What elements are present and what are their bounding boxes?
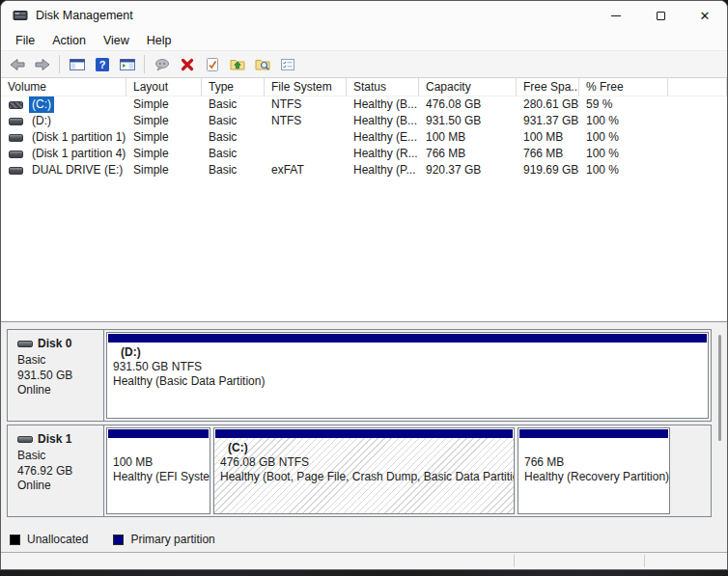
disk-status: Online <box>17 383 103 398</box>
table-cell-type[interactable]: Basic <box>202 162 265 178</box>
menu-view[interactable]: View <box>95 32 138 49</box>
partition-efi[interactable]: 100 MB Healthy (EFI Syster <box>106 427 210 514</box>
table-cell-capacity[interactable]: 920.37 GB <box>419 162 517 178</box>
column-header-percent-free[interactable]: % Free <box>579 78 668 96</box>
close-button[interactable]: ✕ <box>683 1 727 30</box>
rescan-disks-button[interactable] <box>151 54 173 75</box>
table-row-volume-cell[interactable]: (C:) <box>1 96 126 113</box>
volume-name[interactable]: (Disk 1 partition 4) <box>29 146 126 162</box>
partition-name: (C:) <box>220 441 508 455</box>
table-cell-layout[interactable]: Simple <box>126 146 202 162</box>
change-drive-letter-button[interactable] <box>226 54 248 75</box>
table-cell-type[interactable]: Basic <box>202 113 265 129</box>
table-row-volume-cell[interactable]: (Disk 1 partition 4) <box>1 146 126 162</box>
table-cell-status[interactable]: Healthy (E... <box>347 129 419 146</box>
explore-button[interactable] <box>251 54 273 75</box>
table-row-volume-cell[interactable]: (Disk 1 partition 1) <box>1 129 126 146</box>
table-cell-status[interactable]: Healthy (P... <box>347 162 419 178</box>
menu-file[interactable]: File <box>7 32 43 49</box>
legend-label: Primary partition <box>130 533 214 546</box>
maximize-button[interactable] <box>638 1 683 30</box>
column-header-layout[interactable]: Layout <box>126 78 202 96</box>
table-cell-file-system[interactable] <box>265 129 347 146</box>
partition-d[interactable]: (D:) 931.50 GB NTFS Healthy (Basic Data … <box>106 332 709 419</box>
volume-name[interactable]: (Disk 1 partition 1) <box>29 129 126 146</box>
primary-partition-color-band <box>519 429 668 438</box>
table-cell-layout[interactable]: Simple <box>126 113 202 129</box>
table-cell-status[interactable]: Healthy (B... <box>347 96 419 113</box>
minimize-button[interactable] <box>594 1 638 30</box>
column-header-type[interactable]: Type <box>202 78 265 96</box>
menu-action[interactable]: Action <box>43 32 95 49</box>
partition-c[interactable]: (C:) 476.08 GB NTFS Healthy (Boot, Page … <box>213 427 515 514</box>
vertical-scrollbar[interactable] <box>715 325 725 524</box>
table-cell-free-space[interactable]: 766 MB <box>517 146 579 162</box>
table-cell-capacity[interactable]: 931.50 GB <box>419 113 517 129</box>
back-button[interactable] <box>6 54 28 75</box>
forward-button[interactable] <box>31 54 53 75</box>
table-cell-capacity[interactable]: 100 MB <box>419 129 517 146</box>
disk-type: Basic <box>17 353 103 369</box>
table-cell-type[interactable]: Basic <box>202 146 265 162</box>
table-cell-type[interactable]: Basic <box>202 129 265 146</box>
table-cell-type[interactable]: Basic <box>202 96 265 113</box>
column-header-file-system[interactable]: File System <box>265 78 347 96</box>
table-cell-file-system[interactable] <box>265 146 347 162</box>
close-icon: ✕ <box>700 10 711 22</box>
table-cell-file-system[interactable]: NTFS <box>265 96 347 113</box>
volume-name[interactable]: (D:) <box>29 113 54 129</box>
table-cell-capacity[interactable]: 476.08 GB <box>419 96 517 113</box>
table-cell-percent-free[interactable]: 59 % <box>579 96 668 113</box>
volume-name[interactable]: DUAL DRIVE (E:) <box>29 162 126 178</box>
properties-button[interactable] <box>276 54 298 75</box>
partition-size: 476.08 GB NTFS <box>220 455 508 470</box>
table-cell-capacity[interactable]: 766 MB <box>419 146 517 162</box>
volume-name[interactable]: (C:) <box>29 96 54 113</box>
window-title: Disk Management <box>36 9 133 22</box>
column-header-free-space[interactable]: Free Spa... <box>517 78 579 96</box>
table-cell-file-system[interactable]: NTFS <box>265 113 347 129</box>
table-cell-percent-free[interactable]: 100 % <box>579 113 668 129</box>
table-cell-percent-free[interactable]: 100 % <box>579 146 668 162</box>
table-row-volume-cell[interactable]: (D:) <box>1 113 126 129</box>
svg-text:?: ? <box>98 59 105 70</box>
volume-list-pane: Volume Layout Type File System Status Ca… <box>1 78 727 321</box>
table-cell-percent-free[interactable]: 100 % <box>579 129 668 146</box>
table-cell-layout[interactable]: Simple <box>126 129 202 146</box>
table-cell-free-space[interactable]: 931.37 GB <box>517 113 579 129</box>
column-header-status[interactable]: Status <box>347 78 419 96</box>
table-cell-free-space[interactable]: 100 MB <box>517 129 579 146</box>
unallocated-swatch <box>10 535 20 545</box>
partition-size: 931.50 GB NTFS <box>113 360 702 374</box>
table-cell-status[interactable]: Healthy (R... <box>347 146 419 162</box>
table-cell-free-space[interactable]: 919.69 GB <box>517 162 579 178</box>
disk-1-partition-area: 100 MB Healthy (EFI Syster (C:) 476.08 G… <box>104 425 711 516</box>
table-cell-status[interactable]: Healthy (B... <box>347 113 419 129</box>
help-button[interactable]: ? <box>91 54 113 75</box>
table-cell-filler <box>668 146 727 162</box>
disk-1-label-cell[interactable]: Disk 1 Basic 476.92 GB Online <box>8 425 104 516</box>
title-bar: Disk Management ✕ <box>1 1 727 30</box>
partition-health: Healthy (Boot, Page File, Crash Dump, Ba… <box>220 470 508 484</box>
table-cell-layout[interactable]: Simple <box>126 96 202 113</box>
table-cell-layout[interactable]: Simple <box>126 162 202 178</box>
table-cell-file-system[interactable]: exFAT <box>265 162 347 178</box>
mark-partition-button[interactable] <box>201 54 223 75</box>
column-header-volume[interactable]: Volume <box>1 78 126 96</box>
table-cell-free-space[interactable]: 280.61 GB <box>517 96 579 113</box>
table-row-volume-cell[interactable]: DUAL DRIVE (E:) <box>1 162 126 178</box>
show-action-pane-button[interactable] <box>116 54 138 75</box>
table-cell-percent-free[interactable]: 100 % <box>579 162 668 178</box>
partition-recovery[interactable]: 766 MB Healthy (Recovery Partition) <box>518 427 670 514</box>
primary-partition-color-band <box>215 429 513 438</box>
menu-help[interactable]: Help <box>138 32 181 49</box>
delete-volume-button[interactable] <box>176 54 198 75</box>
action-pane-icon <box>119 56 136 73</box>
show-console-tree-button[interactable] <box>66 54 88 75</box>
status-separator <box>644 555 645 567</box>
disk-0-label-cell[interactable]: Disk 0 Basic 931.50 GB Online <box>8 330 104 421</box>
column-header-capacity[interactable]: Capacity <box>419 78 517 96</box>
graphical-view-pane: Disk 0 Basic 931.50 GB Online (D:) 931.5… <box>1 322 727 552</box>
volume-icon <box>9 134 23 142</box>
scrollbar-thumb[interactable] <box>718 335 721 441</box>
